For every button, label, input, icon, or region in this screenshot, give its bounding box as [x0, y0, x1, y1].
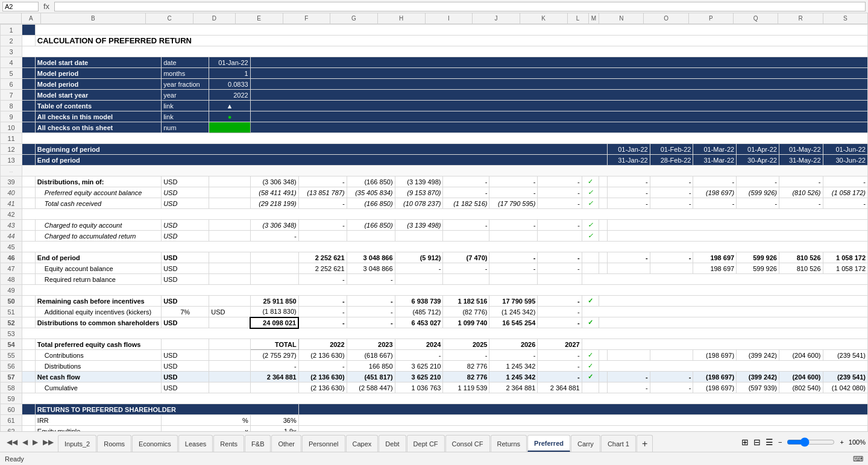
cell-r39[interactable]: - [779, 176, 823, 187]
cell-i47[interactable]: - [443, 263, 489, 274]
cell-e56[interactable]: - [250, 361, 298, 372]
cell-d51[interactable]: USD [209, 307, 251, 317]
cell-l58[interactable] [582, 382, 599, 393]
cell-c50[interactable]: USD [162, 296, 209, 307]
cell-m43[interactable] [599, 220, 608, 231]
cell-g56[interactable]: 166 850 [347, 361, 395, 372]
cell-s46[interactable]: 1 058 172 [823, 252, 867, 263]
cell-l46[interactable] [582, 252, 599, 263]
col-header-n[interactable]: N [599, 13, 644, 23]
zoom-out-icon[interactable]: − [778, 438, 782, 446]
cell-j50[interactable]: 17 790 595 [489, 296, 538, 307]
cell-l57[interactable]: ✓ [582, 372, 599, 382]
col-header-s[interactable]: S [823, 13, 868, 23]
cell-o57[interactable]: - [650, 372, 693, 382]
cell-d41[interactable] [209, 198, 251, 209]
cell-e39[interactable]: (3 306 348) [250, 176, 298, 187]
cell-c47[interactable]: USD [162, 263, 209, 274]
cell-p58[interactable]: (198 697) [693, 382, 737, 393]
cell-h40[interactable]: (9 153 870) [395, 187, 443, 198]
cell-i41[interactable]: (1 182 516) [443, 198, 489, 209]
cell-s40[interactable]: (1 058 172) [823, 187, 867, 198]
cell-c48[interactable]: USD [162, 274, 209, 285]
col-header-f[interactable]: F [283, 13, 331, 23]
col-header-q[interactable]: Q [734, 13, 778, 23]
cell-k41[interactable]: - [538, 198, 582, 209]
cell-f43[interactable]: - [298, 220, 347, 231]
cell-i46[interactable]: (7 470) [443, 252, 489, 263]
cell-l52[interactable]: ✓ [582, 317, 599, 328]
cell-d44[interactable] [209, 231, 251, 242]
cell-l41[interactable]: ✓ [582, 198, 599, 209]
cell-j48[interactable] [489, 274, 538, 285]
cell-f55[interactable]: (2 136 630) [298, 350, 347, 361]
cell-q57[interactable]: (399 242) [737, 372, 779, 382]
cell-b50[interactable]: Remaining cash before incentives [35, 296, 161, 307]
cell-q46[interactable]: 599 926 [737, 252, 779, 263]
cell-h50[interactable]: 6 938 739 [395, 296, 443, 307]
cell-k43[interactable]: - [538, 220, 582, 231]
cell-d48[interactable] [209, 274, 251, 285]
cell-j51[interactable]: (1 245 342) [489, 307, 538, 317]
cell-r47[interactable]: 810 526 [779, 263, 823, 274]
cell-i56[interactable]: 82 776 [443, 361, 489, 372]
cell-g58[interactable]: (2 588 447) [347, 382, 395, 393]
cell-n41[interactable]: - [607, 198, 650, 209]
tab-nav-first[interactable]: ◀◀ [5, 437, 19, 448]
formula-input[interactable] [54, 2, 866, 11]
tab-economics[interactable]: Economics [132, 435, 178, 452]
cell-c58[interactable]: USD [162, 382, 209, 393]
cell-a44[interactable] [22, 231, 36, 242]
cell-i48[interactable] [443, 274, 489, 285]
cell-c62[interactable]: x [162, 426, 251, 432]
cell-j54[interactable]: 2026 [489, 339, 538, 350]
cell-b44[interactable]: Charged to accumulated return [35, 231, 161, 242]
cell-k54[interactable]: 2027 [538, 339, 582, 350]
cell-a46[interactable] [22, 252, 36, 263]
cell-i52[interactable]: 1 099 740 [443, 317, 489, 328]
cell-g50[interactable]: - [347, 296, 395, 307]
tab-add[interactable]: + [637, 435, 653, 452]
cell-q47[interactable]: 599 926 [737, 263, 779, 274]
cell-g54[interactable]: 2023 [347, 339, 395, 350]
cell-a9[interactable] [22, 111, 36, 122]
cell-g39[interactable]: (166 850) [347, 176, 395, 187]
cell-s55[interactable]: (239 541) [823, 350, 867, 361]
cell-d52[interactable] [209, 317, 251, 328]
cell-c54[interactable] [162, 339, 209, 350]
col-header-m[interactable]: M [589, 13, 600, 23]
cell-a39[interactable] [22, 176, 36, 187]
cell-b41[interactable]: Total cash received [35, 198, 161, 209]
cell-e40[interactable]: (58 411 491) [250, 187, 298, 198]
tab-nav-last[interactable]: ▶▶ [41, 437, 55, 448]
cell-b51[interactable]: Additional equity incentives (kickers) [35, 307, 161, 317]
cell-s47[interactable]: 1 058 172 [823, 263, 867, 274]
cell-d39[interactable] [209, 176, 251, 187]
cell-a52[interactable] [22, 317, 36, 328]
col-header-h[interactable]: H [378, 13, 426, 23]
tab-preferred[interactable]: Preferred [527, 435, 570, 452]
cell-c51[interactable]: 7% [162, 307, 209, 317]
cell-p40[interactable]: (198 697) [693, 187, 737, 198]
cell-f57[interactable]: (2 136 630) [298, 372, 347, 382]
cell-b55[interactable]: Contributions [35, 350, 161, 361]
cell-q58[interactable]: (597 939) [737, 382, 779, 393]
cell-l47[interactable] [582, 263, 599, 274]
cell-s41[interactable]: - [823, 198, 867, 209]
cell-a55[interactable] [22, 350, 36, 361]
allchecks-sheet-value[interactable]: - [209, 122, 251, 133]
cell-r57[interactable]: (204 600) [779, 372, 823, 382]
cell-k52[interactable]: - [538, 317, 582, 328]
cell-k39[interactable]: - [538, 176, 582, 187]
cell-l43[interactable]: ✓ [582, 220, 599, 231]
cell-l40[interactable]: ✓ [582, 187, 599, 198]
cell-f46[interactable]: 2 252 621 [298, 252, 347, 263]
cell-g43[interactable]: (166 850) [347, 220, 395, 231]
cell-a10[interactable] [22, 122, 36, 133]
cell-a60[interactable] [22, 404, 36, 415]
cell-i44[interactable] [443, 231, 489, 242]
cell-n47[interactable] [607, 263, 650, 274]
cell-r58[interactable]: (802 540) [779, 382, 823, 393]
cell-b61[interactable]: IRR [35, 415, 161, 426]
toc-triangle[interactable]: ▲ [209, 101, 251, 111]
